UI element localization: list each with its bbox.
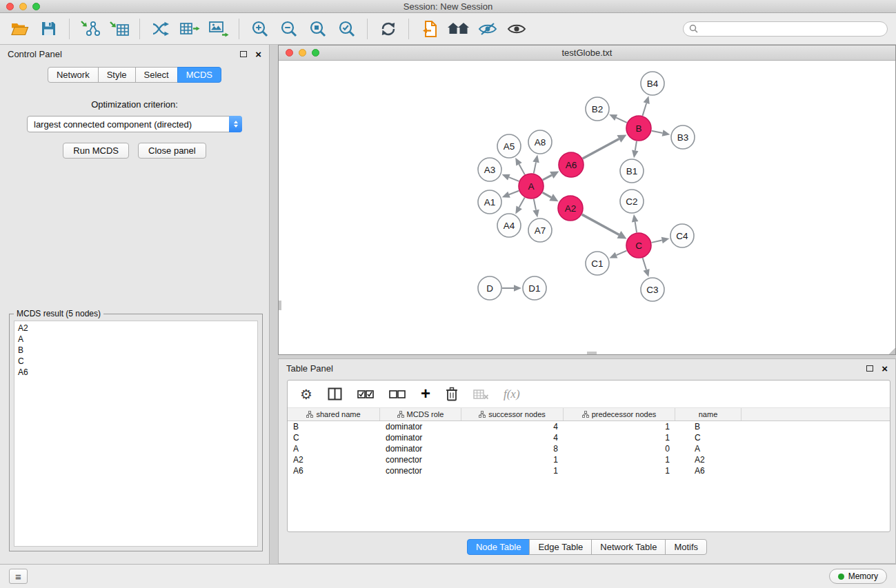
network-edge[interactable] (534, 162, 536, 173)
cell-successor-nodes[interactable]: 1 (461, 454, 564, 465)
list-item[interactable]: A6 (14, 367, 257, 378)
column-header-name[interactable]: name (675, 408, 741, 420)
save-session-button[interactable] (36, 16, 61, 41)
apply-layout-button[interactable] (375, 16, 401, 41)
graphics-details-button[interactable] (475, 16, 500, 41)
cell-mcds-role[interactable]: connector (380, 465, 461, 476)
network-node[interactable]: A1 (478, 190, 501, 214)
tab-select[interactable]: Select (135, 67, 178, 83)
export-network-button[interactable] (148, 16, 173, 41)
network-edge[interactable] (583, 139, 619, 159)
cell-shared-name[interactable]: C (288, 432, 380, 443)
float-table-panel-icon[interactable] (866, 365, 873, 372)
network-edge[interactable] (519, 164, 524, 174)
cell-predecessor-nodes[interactable]: 1 (564, 432, 675, 443)
network-node[interactable]: C1 (586, 252, 609, 275)
list-item[interactable]: A (14, 334, 257, 345)
cell-shared-name[interactable]: B (288, 421, 380, 432)
network-node[interactable]: B4 (641, 72, 664, 95)
search-input[interactable] (701, 24, 882, 34)
list-item[interactable]: A2 (14, 323, 257, 334)
deselect-all-button[interactable] (389, 389, 406, 399)
export-table-button[interactable] (177, 16, 202, 41)
column-header-shared-name[interactable]: shared name (288, 408, 380, 420)
zoom-fit-button[interactable] (305, 16, 330, 41)
network-canvas[interactable]: AA1A3A4A5A7A8A6A2BB1B2B3B4CC1C2C3C4DD1 (279, 61, 895, 354)
network-node[interactable]: A7 (528, 219, 552, 242)
network-node[interactable]: C2 (620, 190, 644, 213)
cell-shared-name[interactable]: A2 (288, 454, 380, 465)
cell-predecessor-nodes[interactable]: 0 (564, 443, 675, 454)
function-builder-button[interactable]: f(x) (504, 387, 520, 401)
network-node-mcds[interactable]: B (626, 116, 651, 141)
optimization-criterion-select[interactable]: largest connected component (directed) (27, 116, 242, 132)
network-edge[interactable] (509, 191, 519, 194)
network-edge[interactable] (509, 177, 519, 181)
cell-predecessor-nodes[interactable]: 1 (564, 465, 675, 476)
float-panel-icon[interactable] (240, 51, 247, 57)
close-window-button[interactable] (6, 3, 14, 10)
zoom-network-button[interactable] (312, 49, 319, 57)
minimize-network-button[interactable] (299, 49, 306, 57)
list-item[interactable]: B (14, 345, 257, 356)
import-network-button[interactable] (77, 16, 103, 41)
network-edge[interactable] (635, 222, 637, 233)
tab-edge-table[interactable]: Edge Table (529, 539, 592, 555)
network-edge[interactable] (543, 175, 552, 180)
tab-mcds[interactable]: MCDS (177, 67, 221, 83)
zoom-window-button[interactable] (32, 3, 40, 10)
network-node-mcds[interactable]: A2 (558, 196, 583, 221)
select-all-button[interactable] (357, 389, 374, 399)
open-session-button[interactable] (7, 16, 32, 41)
network-node[interactable]: A4 (497, 214, 521, 237)
add-row-button[interactable]: + (421, 385, 430, 402)
resize-grip[interactable] (888, 347, 895, 354)
table-row[interactable]: A dominator 8 0 A (288, 443, 890, 454)
network-node-mcds[interactable]: A (519, 174, 544, 199)
column-layout-button[interactable] (328, 387, 342, 401)
network-edge[interactable] (616, 118, 627, 123)
network-edge[interactable] (643, 258, 646, 270)
close-table-panel-icon[interactable]: × (882, 363, 888, 374)
cell-name[interactable]: A6 (675, 465, 741, 476)
network-node-mcds[interactable]: C (626, 233, 651, 258)
minimize-window-button[interactable] (19, 3, 27, 10)
table-row[interactable]: B dominator 4 1 B (288, 421, 890, 432)
tab-motifs[interactable]: Motifs (665, 539, 707, 555)
tab-network-table[interactable]: Network Table (591, 539, 666, 555)
network-node-mcds[interactable]: A6 (559, 152, 584, 177)
network-node[interactable]: B1 (620, 159, 644, 183)
cell-name[interactable]: B (675, 421, 741, 432)
column-header-predecessor-nodes[interactable]: predecessor nodes (564, 408, 675, 420)
cell-mcds-role[interactable]: dominator (380, 443, 461, 454)
network-node[interactable]: A5 (497, 134, 521, 158)
network-node[interactable]: B2 (586, 97, 609, 121)
import-table-button[interactable] (106, 16, 132, 41)
cell-successor-nodes[interactable]: 8 (461, 443, 564, 454)
cell-successor-nodes[interactable]: 1 (461, 465, 564, 476)
network-graph[interactable]: AA1A3A4A5A7A8A6A2BB1B2B3B4CC1C2C3C4DD1 (279, 61, 895, 354)
task-history-button[interactable]: ≡ (9, 569, 28, 584)
export-image-button[interactable] (206, 16, 231, 41)
show-hide-panel-button[interactable] (504, 16, 529, 41)
close-network-button[interactable] (286, 49, 293, 57)
network-edge[interactable] (582, 214, 619, 234)
cell-name[interactable]: A2 (675, 454, 741, 465)
cell-shared-name[interactable]: A6 (288, 465, 380, 476)
network-edge[interactable] (534, 199, 536, 210)
cell-name[interactable]: C (675, 432, 741, 443)
delete-table-button[interactable] (473, 389, 488, 400)
column-header-successor-nodes[interactable]: successor nodes (461, 408, 564, 420)
cell-mcds-role[interactable]: dominator (380, 432, 461, 443)
network-node[interactable]: A3 (478, 158, 501, 181)
column-header-mcds-role[interactable]: MCDS role (380, 408, 461, 420)
network-edge[interactable] (643, 103, 647, 116)
network-edge[interactable] (543, 192, 552, 197)
home-view-button[interactable] (446, 16, 471, 41)
network-edge[interactable] (652, 241, 662, 243)
zoom-selected-button[interactable] (334, 16, 359, 41)
close-panel-icon[interactable]: × (255, 49, 261, 59)
cell-name[interactable]: A (675, 443, 741, 454)
cell-predecessor-nodes[interactable]: 1 (564, 421, 675, 432)
close-panel-button[interactable]: Close panel (138, 143, 206, 159)
